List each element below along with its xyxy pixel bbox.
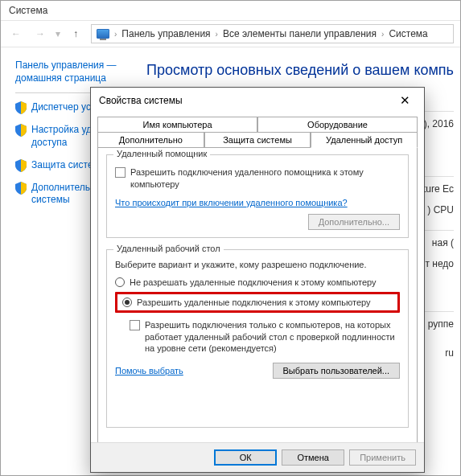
shield-icon [15, 101, 27, 114]
dialog-button-row: ОК Отмена Применить [91, 442, 424, 472]
nav-bar: ← → ▾ ↑ › Панель управления › Все элемен… [1, 20, 460, 47]
forward-button[interactable]: → [31, 25, 49, 43]
apply-button[interactable]: Применить [349, 449, 416, 466]
radio-label: Не разрешать удаленные подключения к это… [130, 277, 377, 287]
checkbox-icon [115, 167, 126, 178]
page-heading: Просмотр основных сведений о вашем компь [146, 62, 454, 79]
radio-label: Разрешить удаленные подключения к этому … [137, 298, 371, 307]
tab-strip: Имя компьютера Оборудование Дополнительн… [97, 117, 418, 148]
group-title: Удаленный рабочий стол [113, 244, 224, 253]
shield-icon [15, 124, 27, 137]
chevron-right-icon: › [216, 30, 218, 39]
ok-button[interactable]: ОК [214, 449, 277, 466]
close-button[interactable]: ✕ [393, 92, 416, 109]
tab-hardware[interactable]: Оборудование [257, 117, 418, 132]
radio-icon [122, 298, 132, 307]
radio-icon [115, 277, 125, 287]
tab-system-protection[interactable]: Защита системы [204, 132, 311, 148]
tab-remote[interactable]: Удаленный доступ [311, 132, 418, 148]
allow-remote-assistance-checkbox[interactable]: Разрешить подключения удаленного помощни… [115, 166, 400, 191]
highlight-box: Разрешить удаленные подключения к этому … [115, 292, 400, 313]
nla-checkbox[interactable]: Разрешить подключения только с компьютер… [130, 319, 400, 355]
remote-assistance-group: Удаленный помощник Разрешить подключения… [106, 154, 409, 238]
chevron-right-icon: › [114, 30, 117, 39]
remote-desktop-group: Удаленный рабочий стол Выберите вариант … [106, 249, 409, 428]
remote-assistance-advanced-button[interactable]: Дополнительно... [308, 214, 400, 230]
system-properties-dialog: Свойства системы ✕ Имя компьютера Оборуд… [90, 87, 425, 473]
checkbox-label: Разрешить подключения удаленного помощни… [130, 166, 400, 191]
cancel-button[interactable]: Отмена [282, 449, 344, 466]
computer-icon [97, 29, 109, 39]
checkbox-label: Разрешить подключения только с компьютер… [145, 319, 400, 355]
breadcrumb[interactable]: Система [389, 28, 427, 39]
tab-advanced[interactable]: Дополнительно [97, 132, 204, 148]
up-button[interactable]: ↑ [67, 25, 84, 43]
rdp-deny-radio[interactable]: Не разрешать удаленные подключения к это… [115, 277, 400, 287]
shield-icon [15, 159, 27, 172]
dialog-title: Свойства системы [99, 95, 183, 106]
remote-assistance-help-link[interactable]: Что происходит при включении удаленного … [115, 198, 348, 207]
shield-icon [15, 182, 27, 195]
breadcrumb[interactable]: Панель управления [121, 28, 210, 39]
group-description: Выберите вариант и укажите, кому разреше… [115, 260, 400, 269]
dialog-titlebar: Свойства системы ✕ [91, 88, 424, 113]
chevron-right-icon: › [381, 30, 384, 39]
group-title: Удаленный помощник [113, 149, 210, 158]
tab-panel-remote: Удаленный помощник Разрешить подключения… [97, 147, 418, 458]
select-users-button[interactable]: Выбрать пользователей... [273, 363, 401, 379]
back-button[interactable]: ← [7, 25, 25, 43]
address-bar[interactable]: › Панель управления › Все элементы панел… [91, 24, 454, 43]
breadcrumb[interactable]: Все элементы панели управления [223, 28, 377, 39]
help-choose-link[interactable]: Помочь выбрать [115, 366, 183, 375]
rdp-allow-radio[interactable]: Разрешить удаленные подключения к этому … [122, 298, 393, 307]
window-title: Система [1, 1, 460, 20]
checkbox-icon [130, 320, 140, 330]
tab-computer-name[interactable]: Имя компьютера [97, 117, 257, 132]
